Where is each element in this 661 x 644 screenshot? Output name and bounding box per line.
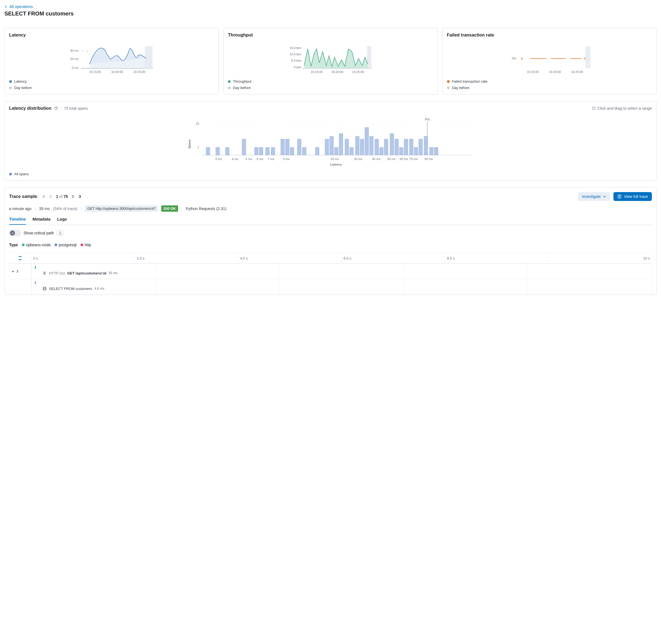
failed-legend-primary[interactable]: Failed transaction rate <box>447 79 652 84</box>
failed-legend-secondary[interactable]: Day before <box>447 86 652 90</box>
svg-rect-55 <box>315 147 319 155</box>
span-bar <box>35 281 36 284</box>
database-icon <box>42 286 47 291</box>
svg-text:15.0 tpm: 15.0 tpm <box>290 46 302 49</box>
breadcrumb-back[interactable]: All operations <box>4 4 657 9</box>
latency-card-title: Latency <box>9 32 214 38</box>
svg-point-98 <box>43 287 46 288</box>
svg-point-97 <box>44 273 45 274</box>
svg-rect-75 <box>419 139 423 155</box>
dot-icon <box>447 80 450 83</box>
svg-text:3 ms: 3 ms <box>215 157 222 161</box>
svg-rect-63 <box>360 139 364 155</box>
tab-metadata[interactable]: Metadata <box>32 217 51 225</box>
status-text: HTTP 2xx <box>49 271 65 275</box>
distribution-legend-all-spans[interactable]: All spans <box>9 172 652 176</box>
tab-logs[interactable]: Logs <box>57 217 67 225</box>
svg-text:16:15:00: 16:15:00 <box>527 70 539 73</box>
type-opbeans-node[interactable]: opbeans-node <box>22 243 51 247</box>
svg-text:40 ms: 40 ms <box>70 49 79 52</box>
collapse-icon[interactable] <box>18 256 23 261</box>
svg-text:95p: 95p <box>425 117 430 121</box>
latency-legend-secondary[interactable]: Day before <box>9 86 214 90</box>
svg-text:20 ms: 20 ms <box>70 57 79 61</box>
stat-cards-row: Latency 40 ms 20 ms 0 ms 16:15:00 16:20:… <box>4 28 657 94</box>
svg-text:Latency: Latency <box>330 163 342 166</box>
failed-rate-card: Failed transaction rate 0% 16:15:00 16:2… <box>442 28 657 94</box>
svg-rect-76 <box>424 136 428 155</box>
latency-sparkline[interactable]: 40 ms 20 ms 0 ms 16:15:00 16:20:00 16:25… <box>9 42 214 75</box>
svg-text:0%: 0% <box>512 57 516 60</box>
critical-path-label: Show critical path <box>23 231 54 235</box>
svg-rect-53 <box>297 139 301 155</box>
tab-timeline[interactable]: Timeline <box>9 217 26 225</box>
svg-rect-54 <box>302 147 306 155</box>
latency-distribution-chart[interactable]: Spans 10 1 95p <box>9 116 652 169</box>
svg-rect-57 <box>330 136 333 155</box>
svg-rect-70 <box>395 139 399 155</box>
svg-rect-78 <box>434 147 438 155</box>
type-postgresql[interactable]: postgresql <box>54 243 76 247</box>
svg-text:4 ms: 4 ms <box>232 157 238 161</box>
svg-text:30 ms: 30 ms <box>354 157 362 161</box>
svg-text:50 ms: 50 ms <box>387 157 396 161</box>
svg-text:10: 10 <box>196 122 199 125</box>
span-bar <box>35 266 36 269</box>
dot-icon <box>9 87 12 89</box>
trace-duration: 35 ms <box>39 206 50 211</box>
svg-text:16:15:00: 16:15:00 <box>89 70 101 73</box>
throughput-sparkline[interactable]: 15.0 tpm 10.0 tpm 5.0 tpm 0 tpm 16:15:00… <box>228 42 433 75</box>
svg-point-8 <box>82 50 83 51</box>
span-duration: 35 ms <box>109 271 118 275</box>
pager-first-button[interactable] <box>42 194 46 199</box>
dot-icon <box>228 87 231 89</box>
svg-text:90 ms: 90 ms <box>424 157 433 161</box>
svg-rect-56 <box>325 139 329 155</box>
waterfall-row[interactable]: 3 HTTP 2xx GET /api/customers/:id 35 ms <box>9 264 652 279</box>
svg-rect-62 <box>355 136 359 155</box>
latency-card: Latency 40 ms 20 ms 0 ms 16:15:00 16:20:… <box>4 28 219 94</box>
svg-rect-48 <box>265 147 269 155</box>
failed-rate-sparkline[interactable]: 0% 16:15:00 16:20:00 16:25:00 <box>447 42 652 75</box>
svg-text:70 ms: 70 ms <box>409 157 418 161</box>
chevron-down-icon[interactable] <box>12 270 15 273</box>
svg-text:5 ms: 5 ms <box>246 157 252 161</box>
svg-rect-60 <box>345 139 349 155</box>
page-title: SELECT FROM customers <box>4 10 657 17</box>
svg-text:16:25:00: 16:25:00 <box>133 70 145 73</box>
time-tick: 10 s <box>548 253 652 263</box>
divider <box>61 106 61 111</box>
pager-last-button[interactable] <box>78 194 82 199</box>
throughput-legend-primary[interactable]: Throughput <box>228 79 433 84</box>
critical-path-toggle[interactable]: ✕ <box>9 230 21 236</box>
svg-point-34 <box>594 107 594 108</box>
svg-text:0 tpm: 0 tpm <box>294 66 302 69</box>
span-duration: 4.6 ms <box>94 286 104 291</box>
trace-age: a minute ago <box>9 206 31 211</box>
expand-count: 3 <box>16 269 18 273</box>
svg-rect-51 <box>285 139 289 155</box>
trace-request-pill[interactable]: GET http://opbeans:3000/api/customers/47 <box>85 205 158 212</box>
time-tick: 8.0 s <box>445 253 548 263</box>
investigate-button[interactable]: Investigate <box>578 192 610 201</box>
svg-text:16:15:00: 16:15:00 <box>311 70 323 73</box>
svg-rect-44 <box>225 147 229 155</box>
waterfall-row[interactable]: SELECT FROM customers 4.6 ms <box>9 279 652 295</box>
info-icon <box>592 107 596 110</box>
view-full-trace-button[interactable]: View full trace <box>613 192 652 201</box>
svg-point-9 <box>87 51 88 52</box>
latency-legend-primary[interactable]: Latency <box>9 79 214 84</box>
help-icon[interactable] <box>54 107 58 110</box>
svg-rect-49 <box>271 147 275 155</box>
svg-rect-69 <box>390 134 394 155</box>
document-icon <box>617 194 622 199</box>
throughput-legend-secondary[interactable]: Day before <box>228 86 433 90</box>
svg-text:Spans: Spans <box>188 139 191 148</box>
svg-text:16:25:00: 16:25:00 <box>352 70 364 73</box>
pager-next-button[interactable] <box>71 194 74 199</box>
svg-rect-46 <box>255 147 258 155</box>
svg-rect-74 <box>414 147 418 155</box>
pager-prev-button[interactable] <box>49 194 52 199</box>
distribution-title: Latency distribution <box>9 106 51 111</box>
type-http[interactable]: http <box>81 243 91 247</box>
